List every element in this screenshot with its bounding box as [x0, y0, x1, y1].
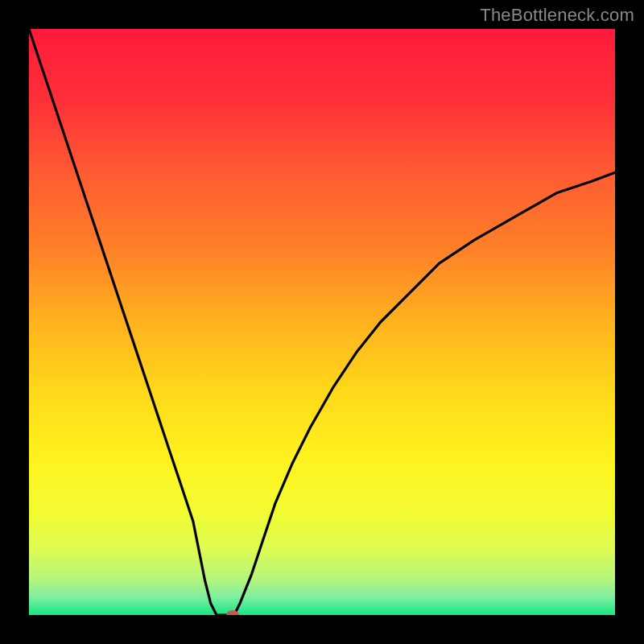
chart-stage: TheBottleneck.com [0, 0, 644, 644]
bottleneck-curve [29, 29, 615, 615]
optimal-point-marker [226, 610, 239, 615]
curve-layer [29, 29, 615, 615]
plot-area [29, 29, 615, 615]
attribution-label: TheBottleneck.com [480, 5, 634, 26]
